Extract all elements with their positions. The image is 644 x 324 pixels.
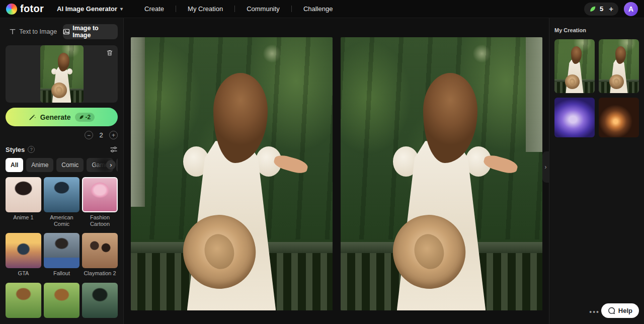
magic-wand-icon [29,113,36,121]
increase-count-button[interactable]: + [109,131,118,139]
leaf-icon [79,115,84,120]
creation-image [599,39,639,93]
tool-selector-dropdown[interactable]: AI Image Generator ▾ [57,5,123,13]
chip-all[interactable]: All [6,158,23,172]
navbar-right: 5 + A [584,2,638,16]
uploaded-reference-image [40,45,84,103]
style-item-7[interactable] [6,283,41,320]
styles-help-icon[interactable]: ? [28,146,35,153]
nav-challenge[interactable]: Challenge [292,5,345,13]
result-canvas: › [124,18,549,324]
fotor-logo[interactable]: fotor [6,3,44,15]
style-item-anime-1[interactable]: Anime 1 [6,177,41,227]
help-button-label: Help [618,307,632,314]
creation-thumbnail-2[interactable] [599,39,639,93]
fotor-logo-icon [6,4,17,15]
nav-community[interactable]: Community [235,5,291,13]
image-to-image-icon [63,28,70,35]
style-item-8[interactable] [44,283,79,320]
scene-pillar [526,37,542,152]
leaf-icon [589,6,596,13]
generation-cost-badge: -2 [75,113,95,122]
style-category-chips: All Anime Comic Game A › [6,158,118,172]
my-creation-panel: My Creation [549,18,644,324]
panel-collapse-handle[interactable]: › [542,151,549,183]
creation-thumbnail-4[interactable] [599,98,639,137]
creation-image [554,39,595,93]
style-item-9[interactable] [82,283,118,320]
scene-pillar [131,37,145,207]
trash-icon [106,49,113,56]
app-window: fotor AI Image Generator ▾ Create My Cre… [0,0,644,324]
nav-my-creation[interactable]: My Creation [176,5,234,13]
credits-count: 5 [600,5,603,13]
style-thumbnail-selected [82,177,118,212]
chips-scroll-right-button[interactable]: › [106,160,116,170]
style-item-gta[interactable]: GTA [6,233,41,277]
tab-image-to-image[interactable]: Image to Image [63,24,118,39]
reference-image-box[interactable] [6,45,118,103]
chip-comic[interactable]: Comic [56,158,84,172]
tab-image-to-image-label: Image to Image [72,25,118,39]
decrease-count-button[interactable]: − [85,131,93,139]
main-nav: Create My Creation Community Challenge [133,5,344,13]
chat-bubble-icon [608,307,615,314]
tool-selector-label: AI Image Generator [57,5,117,13]
style-item-fashion-cartoon[interactable]: Fashion Cartoon [82,177,118,227]
my-creation-title: My Creation [554,27,639,33]
batch-count-stepper: − 2 + [6,131,118,139]
chevron-down-icon: ▾ [120,6,123,12]
top-navbar: fotor AI Image Generator ▾ Create My Cre… [0,0,644,18]
text-to-image-icon [9,28,16,35]
style-grid: Anime 1 American Comic Fashion Cartoon G… [6,177,118,320]
creation-thumbnail-1[interactable] [554,39,595,93]
avatar[interactable]: A [624,2,638,16]
generate-button-label: Generate [40,113,71,121]
generation-cost-value: -2 [86,114,91,121]
styles-header: Styles ? [6,145,118,153]
generated-image-2[interactable] [341,37,542,310]
nav-create[interactable]: Create [133,5,176,13]
chevron-right-icon: › [545,164,547,171]
help-button[interactable]: Help [601,303,639,318]
mode-tabs: Text to Image Image to Image [6,24,118,39]
batch-count-value: 2 [99,131,104,139]
creation-thumbnail-3[interactable] [554,98,595,137]
sliders-icon [110,145,118,153]
styles-title: Styles [6,146,25,153]
style-thumbnail [44,283,79,318]
fotor-logo-text: fotor [20,3,44,15]
generated-image-1[interactable] [131,37,333,310]
generate-button[interactable]: Generate -2 [6,108,118,126]
style-thumbnail [82,233,118,268]
style-thumbnail [82,283,118,318]
style-item-claymation-2[interactable]: Claymation 2 [82,233,118,277]
style-thumbnail [6,177,41,212]
creation-grid [554,39,639,137]
style-item-american-comic[interactable]: American Comic [44,177,79,227]
style-thumbnail [6,283,41,318]
add-credits-button[interactable]: + [607,5,613,13]
generation-sidebar: Text to Image Image to Image [0,18,124,324]
chip-anime[interactable]: Anime [26,158,53,172]
tab-text-to-image-label: Text to Image [19,28,57,35]
more-options-button[interactable]: ••• [589,308,600,316]
app-body: Text to Image Image to Image [0,18,644,324]
style-thumbnail [44,233,79,268]
chip-clipped[interactable]: A [116,158,118,172]
tab-text-to-image[interactable]: Text to Image [6,24,61,39]
style-thumbnail [6,233,41,268]
style-thumbnail [44,177,79,212]
credits-pill[interactable]: 5 + [584,3,618,16]
style-settings-button[interactable] [110,145,118,153]
delete-image-button[interactable] [106,49,113,56]
style-item-fallout[interactable]: Fallout [44,233,79,277]
